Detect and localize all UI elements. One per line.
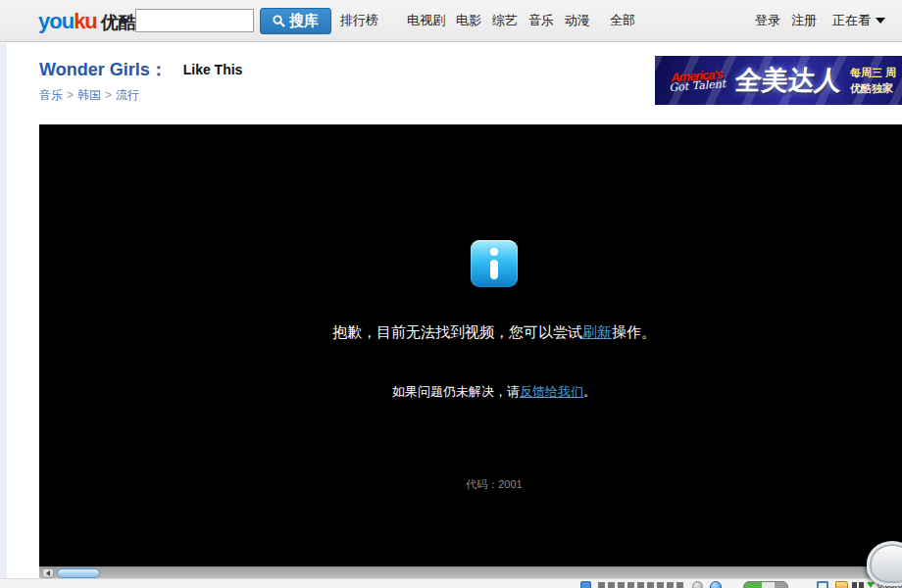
- info-icon-dot: [490, 248, 498, 256]
- chevron-down-icon: [876, 18, 885, 24]
- scrollbar-thumb[interactable]: [57, 568, 100, 578]
- error-line1-post: 操作。: [612, 323, 656, 340]
- status-toggle-icon[interactable]: [743, 581, 788, 588]
- status-gray-circle-icon[interactable]: [692, 581, 703, 588]
- logo-ku-text: ku: [74, 9, 97, 33]
- breadcrumb: 音乐>韩国>流行: [39, 87, 139, 104]
- horizontal-scrollbar[interactable]: [39, 566, 902, 578]
- search-input[interactable]: [135, 9, 254, 32]
- ad-banner-side-text: 每周三 周 优酷独家: [850, 65, 896, 96]
- download-arrow-icon: [867, 582, 875, 588]
- breadcrumb-korea[interactable]: 韩国: [77, 88, 101, 102]
- status-globe-icon[interactable]: [710, 581, 722, 588]
- logo-chinese-text: 优酷: [101, 13, 136, 32]
- ad-banner-exclusive: 优酷独家: [850, 80, 896, 96]
- now-watching-label: 正在看: [832, 12, 871, 29]
- nav-anime[interactable]: 动漫: [565, 12, 590, 29]
- nav-all[interactable]: 全部: [610, 12, 635, 29]
- topbar-account-area: 登录 注册 正在看: [755, 0, 885, 41]
- now-watching-dropdown[interactable]: 正在看: [832, 12, 885, 29]
- breadcrumb-pop[interactable]: 流行: [116, 88, 139, 102]
- nav-tv[interactable]: 电视剧: [407, 12, 445, 29]
- breadcrumb-music[interactable]: 音乐: [39, 88, 63, 102]
- page-title: Wonder Girls： Like This: [39, 57, 242, 82]
- search-button[interactable]: 搜库: [260, 8, 331, 34]
- error-message-line1: 抱歉，目前无法找到视频，您可以尝试刷新操作。: [86, 323, 902, 342]
- left-edge-strip: [0, 43, 7, 578]
- error-line2-pre: 如果问题仍未解决，请: [392, 384, 520, 399]
- info-icon-stem: [490, 260, 498, 279]
- status-text-clipped: [598, 582, 684, 588]
- main-menu: 排行榜 电视剧 电影 综艺 音乐 动漫 全部: [340, 0, 635, 41]
- register-link[interactable]: 注册: [791, 12, 817, 29]
- status-bar: 0.00K/s: [0, 578, 902, 588]
- info-icon: [471, 240, 518, 287]
- video-song-title: Like This: [183, 62, 243, 77]
- nav-music[interactable]: 音乐: [528, 12, 554, 29]
- search-icon: [273, 15, 285, 27]
- top-nav-bar: youku优酷 搜库 排行榜 电视剧 电影 综艺 音乐 动漫 全部 登录 注册 …: [0, 0, 902, 42]
- status-plugin-icon[interactable]: [580, 581, 591, 588]
- search-button-label: 搜库: [289, 12, 319, 30]
- breadcrumb-separator: >: [67, 88, 74, 102]
- breadcrumb-separator: >: [105, 88, 112, 102]
- youku-page: youku优酷 搜库 排行榜 电视剧 电影 综艺 音乐 动漫 全部 登录 注册 …: [0, 0, 902, 588]
- americas-got-talent-logo: America's Got Talent: [664, 68, 729, 94]
- feedback-link[interactable]: 反馈给我们: [520, 384, 583, 399]
- nav-movie[interactable]: 电影: [456, 12, 481, 29]
- scroll-left-button[interactable]: [42, 568, 54, 578]
- status-folder-icon[interactable]: [835, 581, 848, 588]
- ad-banner-americas-got-talent[interactable]: America's Got Talent 全美达人 每周三 周 优酷独家: [655, 56, 902, 105]
- error-line2-post: 。: [583, 384, 596, 399]
- logo-you-text: you: [38, 9, 74, 33]
- nav-ranking[interactable]: 排行榜: [340, 12, 378, 29]
- scroll-left-icon: [46, 570, 50, 576]
- ad-banner-schedule: 每周三 周: [850, 65, 896, 80]
- refresh-link[interactable]: 刷新: [582, 323, 612, 340]
- login-link[interactable]: 登录: [755, 12, 780, 29]
- youku-logo[interactable]: youku优酷: [38, 9, 136, 34]
- video-player: 抱歉，目前无法找到视频，您可以尝试刷新操作。 如果问题仍未解决，请反馈给我们。 …: [39, 124, 902, 566]
- error-line1-pre: 抱歉，目前无法找到视频，您可以尝试: [332, 323, 582, 340]
- video-artist-title: Wonder Girls：: [39, 58, 168, 81]
- agt-logo-line2: Got Talent: [665, 78, 730, 94]
- status-minitext-clipped: [852, 582, 864, 588]
- ad-banner-title: 全美达人: [733, 63, 843, 98]
- nav-variety[interactable]: 综艺: [492, 12, 518, 29]
- error-code: 代码：2001: [86, 477, 902, 492]
- status-monitor-icon[interactable]: [817, 581, 828, 588]
- error-message-line2: 如果问题仍未解决，请反馈给我们。: [86, 383, 902, 401]
